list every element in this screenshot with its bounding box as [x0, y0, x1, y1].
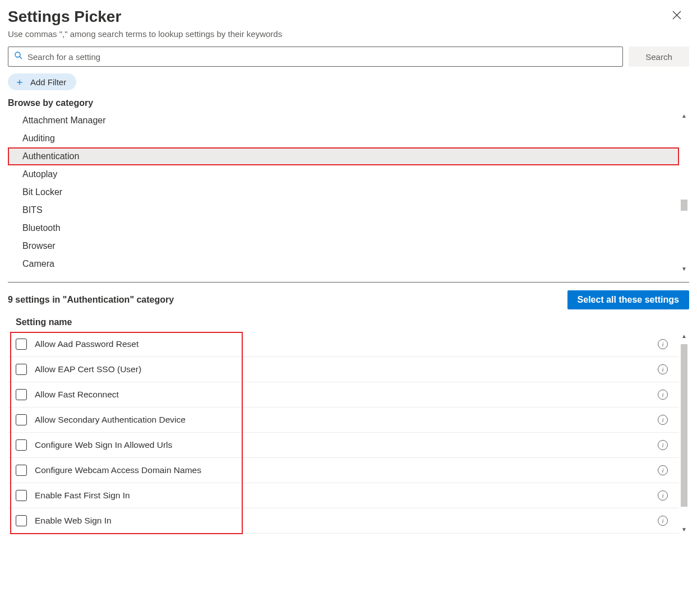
- info-icon[interactable]: i: [658, 465, 668, 475]
- info-icon[interactable]: i: [658, 390, 668, 400]
- info-icon[interactable]: i: [658, 415, 668, 425]
- setting-label: Enable Web Sign In: [35, 516, 658, 526]
- add-filter-button[interactable]: ＋ Add Filter: [8, 73, 76, 90]
- setting-checkbox[interactable]: [16, 515, 27, 526]
- category-item[interactable]: Browser: [8, 237, 679, 255]
- plus-icon: ＋: [15, 77, 25, 87]
- setting-checkbox[interactable]: [16, 389, 27, 400]
- setting-row: Allow Fast Reconnecti: [8, 382, 679, 407]
- setting-row: Allow Aad Password Reseti: [8, 332, 679, 357]
- settings-list: Allow Aad Password ResetiAllow EAP Cert …: [8, 332, 679, 534]
- svg-line-1: [20, 57, 22, 59]
- setting-row: Configure Webcam Access Domain Namesi: [8, 458, 679, 483]
- category-item[interactable]: Bit Locker: [8, 183, 679, 201]
- column-header-setting-name: Setting name: [8, 317, 689, 327]
- setting-checkbox[interactable]: [16, 364, 27, 375]
- scroll-thumb[interactable]: [681, 200, 687, 211]
- setting-label: Allow Secondary Authentication Device: [35, 415, 658, 425]
- setting-label: Configure Webcam Access Domain Names: [35, 465, 658, 475]
- info-icon[interactable]: i: [658, 516, 668, 526]
- page-title: Settings Picker: [8, 8, 689, 26]
- info-icon[interactable]: i: [658, 339, 668, 349]
- category-list: Attachment ManagerAuditingAuthentication…: [8, 112, 679, 273]
- category-item[interactable]: Auditing: [8, 129, 679, 147]
- scroll-up-icon[interactable]: ▲: [681, 112, 687, 120]
- scroll-down-icon[interactable]: ▼: [681, 265, 687, 273]
- category-item[interactable]: Authentication: [8, 147, 679, 165]
- category-item[interactable]: Attachment Manager: [8, 112, 679, 129]
- category-item[interactable]: BITS: [8, 201, 679, 219]
- setting-checkbox[interactable]: [16, 490, 27, 501]
- setting-row: Enable Fast First Sign Ini: [8, 483, 679, 508]
- search-button[interactable]: Search: [629, 47, 689, 67]
- add-filter-label: Add Filter: [30, 77, 66, 87]
- category-item[interactable]: Camera: [8, 255, 679, 273]
- scroll-down-icon[interactable]: ▼: [681, 525, 687, 534]
- category-scrollbar[interactable]: ▲ ▼: [679, 112, 689, 273]
- setting-checkbox[interactable]: [16, 439, 27, 451]
- select-all-button[interactable]: Select all these settings: [567, 290, 689, 309]
- results-count: 9 settings in "Authentication" category: [8, 295, 174, 305]
- setting-label: Allow Fast Reconnect: [35, 390, 658, 400]
- category-item[interactable]: Bluetooth: [8, 219, 679, 237]
- setting-row: Configure Web Sign In Allowed Urlsi: [8, 433, 679, 458]
- setting-label: Allow Aad Password Reset: [35, 339, 658, 349]
- search-input[interactable]: [27, 52, 617, 62]
- settings-scrollbar[interactable]: ▲ ▼: [679, 332, 689, 534]
- setting-checkbox[interactable]: [16, 414, 27, 425]
- setting-checkbox[interactable]: [16, 339, 27, 350]
- setting-checkbox[interactable]: [16, 465, 27, 476]
- scroll-thumb[interactable]: [681, 344, 687, 507]
- search-icon: [14, 51, 27, 62]
- setting-label: Configure Web Sign In Allowed Urls: [35, 440, 658, 450]
- scroll-up-icon[interactable]: ▲: [681, 332, 687, 340]
- category-item[interactable]: Autoplay: [8, 165, 679, 183]
- divider: [8, 282, 689, 282]
- setting-row: Allow Secondary Authentication Devicei: [8, 407, 679, 433]
- setting-label: Enable Fast First Sign In: [35, 490, 658, 501]
- setting-label: Allow EAP Cert SSO (User): [35, 364, 658, 374]
- info-icon[interactable]: i: [658, 364, 668, 374]
- page-subtitle: Use commas "," among search terms to loo…: [8, 29, 689, 39]
- browse-category-heading: Browse by category: [8, 98, 689, 108]
- setting-row: Allow EAP Cert SSO (User)i: [8, 357, 679, 382]
- search-field-wrapper[interactable]: [8, 47, 623, 67]
- setting-row: Enable Web Sign Ini: [8, 508, 679, 534]
- info-icon[interactable]: i: [658, 490, 668, 501]
- info-icon[interactable]: i: [658, 440, 668, 450]
- svg-point-0: [15, 52, 20, 57]
- close-icon[interactable]: [672, 10, 681, 21]
